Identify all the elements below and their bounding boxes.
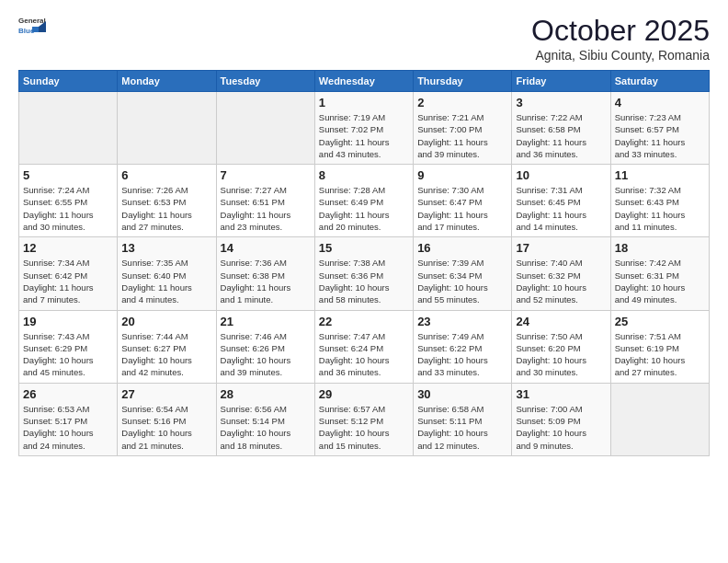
cell-text: Sunrise: 7:24 AM bbox=[23, 184, 113, 196]
svg-text:Blue: Blue bbox=[18, 27, 35, 34]
location: Agnita, Sibiu County, Romania bbox=[531, 48, 710, 63]
cell-text: Daylight: 11 hours bbox=[516, 136, 606, 148]
day-number: 6 bbox=[121, 168, 211, 182]
cell-text: and 36 minutes. bbox=[516, 148, 606, 160]
table-cell bbox=[118, 92, 216, 165]
cell-text: Sunset: 5:12 PM bbox=[319, 415, 409, 427]
cell-text: Sunrise: 7:35 AM bbox=[121, 257, 211, 269]
cell-text: Daylight: 10 hours bbox=[516, 354, 606, 366]
cell-text: Daylight: 10 hours bbox=[417, 282, 507, 293]
cell-text: and 39 minutes. bbox=[221, 366, 311, 378]
table-cell: 12Sunrise: 7:34 AMSunset: 6:42 PMDayligh… bbox=[19, 237, 118, 310]
day-number: 29 bbox=[319, 387, 409, 401]
cell-text: Sunrise: 7:31 AM bbox=[516, 184, 606, 196]
table-cell: 3Sunrise: 7:22 AMSunset: 6:58 PMDaylight… bbox=[512, 92, 610, 165]
cell-text: Daylight: 11 hours bbox=[221, 282, 311, 293]
cell-text: Sunrise: 7:34 AM bbox=[23, 257, 113, 269]
cell-text: and 42 minutes. bbox=[121, 366, 211, 378]
cell-text: Daylight: 10 hours bbox=[319, 354, 409, 366]
table-cell: 18Sunrise: 7:42 AMSunset: 6:31 PMDayligh… bbox=[610, 237, 709, 310]
cell-text: Daylight: 10 hours bbox=[417, 354, 507, 366]
cell-text: and 14 minutes. bbox=[516, 221, 606, 233]
cell-text: Daylight: 10 hours bbox=[23, 354, 113, 366]
cell-text: Sunset: 7:00 PM bbox=[417, 123, 507, 135]
cell-text: and 27 minutes. bbox=[121, 221, 211, 233]
table-cell: 10Sunrise: 7:31 AMSunset: 6:45 PMDayligh… bbox=[512, 165, 610, 237]
cell-text: Daylight: 10 hours bbox=[221, 354, 311, 366]
cell-text: and 17 minutes. bbox=[417, 221, 507, 233]
logo-icon: General Blue bbox=[18, 14, 46, 34]
table-cell: 25Sunrise: 7:51 AMSunset: 6:19 PMDayligh… bbox=[610, 310, 709, 383]
table-cell: 31Sunrise: 7:00 AMSunset: 5:09 PMDayligh… bbox=[512, 383, 610, 455]
cell-text: Sunrise: 7:46 AM bbox=[221, 330, 311, 342]
day-number: 11 bbox=[615, 168, 705, 182]
cell-text: Sunrise: 7:19 AM bbox=[319, 111, 409, 123]
cell-text: Sunrise: 7:49 AM bbox=[417, 330, 507, 342]
table-cell: 17Sunrise: 7:40 AMSunset: 6:32 PMDayligh… bbox=[512, 237, 610, 310]
cell-text: and 30 minutes. bbox=[23, 221, 113, 233]
header-friday: Friday bbox=[512, 71, 610, 92]
cell-text: Sunset: 5:17 PM bbox=[23, 415, 113, 427]
cell-text: Sunset: 6:47 PM bbox=[417, 196, 507, 208]
cell-text: and 52 minutes. bbox=[516, 293, 606, 305]
week-row-4: 19Sunrise: 7:43 AMSunset: 6:29 PMDayligh… bbox=[19, 310, 710, 383]
table-cell: 15Sunrise: 7:38 AMSunset: 6:36 PMDayligh… bbox=[314, 237, 413, 310]
day-number: 14 bbox=[221, 241, 311, 255]
title-area: October 2025 Agnita, Sibiu County, Roman… bbox=[531, 14, 710, 63]
cell-text: Sunset: 6:29 PM bbox=[23, 342, 113, 354]
table-cell: 30Sunrise: 6:58 AMSunset: 5:11 PMDayligh… bbox=[414, 383, 512, 455]
cell-text: and 23 minutes. bbox=[221, 221, 311, 233]
header-tuesday: Tuesday bbox=[216, 71, 314, 92]
header-wednesday: Wednesday bbox=[314, 71, 413, 92]
cell-text: Sunrise: 7:27 AM bbox=[221, 184, 311, 196]
header-sunday: Sunday bbox=[19, 71, 118, 92]
table-cell: 9Sunrise: 7:30 AMSunset: 6:47 PMDaylight… bbox=[414, 165, 512, 237]
day-number: 12 bbox=[23, 241, 113, 255]
cell-text: Sunset: 6:49 PM bbox=[319, 196, 409, 208]
logo: General Blue bbox=[18, 14, 46, 34]
cell-text: Sunset: 5:16 PM bbox=[121, 415, 211, 427]
day-number: 2 bbox=[417, 96, 507, 109]
table-cell bbox=[216, 92, 314, 165]
table-cell: 6Sunrise: 7:26 AMSunset: 6:53 PMDaylight… bbox=[118, 165, 216, 237]
cell-text: Daylight: 11 hours bbox=[516, 209, 606, 221]
cell-text: and 39 minutes. bbox=[417, 148, 507, 160]
table-cell bbox=[610, 383, 709, 455]
table-cell: 24Sunrise: 7:50 AMSunset: 6:20 PMDayligh… bbox=[512, 310, 610, 383]
cell-text: Sunset: 6:34 PM bbox=[417, 270, 507, 282]
cell-text: and 9 minutes. bbox=[516, 440, 606, 452]
cell-text: Sunset: 6:40 PM bbox=[121, 270, 211, 282]
table-cell: 28Sunrise: 6:56 AMSunset: 5:14 PMDayligh… bbox=[216, 383, 314, 455]
cell-text: and 7 minutes. bbox=[23, 293, 113, 305]
cell-text: Sunrise: 6:57 AM bbox=[319, 403, 409, 415]
day-number: 20 bbox=[121, 315, 211, 328]
cell-text: Sunrise: 7:42 AM bbox=[615, 257, 705, 269]
cell-text: Daylight: 11 hours bbox=[121, 282, 211, 293]
table-cell: 1Sunrise: 7:19 AMSunset: 7:02 PMDaylight… bbox=[314, 92, 413, 165]
calendar-table: Sunday Monday Tuesday Wednesday Thursday… bbox=[18, 70, 710, 456]
cell-text: Sunset: 6:19 PM bbox=[615, 342, 705, 354]
day-number: 16 bbox=[417, 241, 507, 255]
cell-text: and 30 minutes. bbox=[516, 366, 606, 378]
cell-text: Sunrise: 6:53 AM bbox=[23, 403, 113, 415]
cell-text: Sunset: 6:36 PM bbox=[319, 270, 409, 282]
cell-text: Sunrise: 7:44 AM bbox=[121, 330, 211, 342]
day-number: 27 bbox=[121, 387, 211, 401]
cell-text: and 55 minutes. bbox=[417, 293, 507, 305]
day-number: 28 bbox=[221, 387, 311, 401]
cell-text: Sunrise: 7:32 AM bbox=[615, 184, 705, 196]
page-container: General Blue October 2025 Agnita, Sibiu … bbox=[0, 0, 728, 465]
cell-text: Sunset: 6:31 PM bbox=[615, 270, 705, 282]
cell-text: Sunrise: 7:51 AM bbox=[615, 330, 705, 342]
cell-text: Sunset: 6:22 PM bbox=[417, 342, 507, 354]
cell-text: Daylight: 11 hours bbox=[319, 136, 409, 148]
cell-text: Sunset: 7:02 PM bbox=[319, 123, 409, 135]
cell-text: and 36 minutes. bbox=[319, 366, 409, 378]
day-number: 1 bbox=[319, 96, 409, 109]
cell-text: Sunrise: 6:56 AM bbox=[221, 403, 311, 415]
cell-text: Daylight: 11 hours bbox=[417, 209, 507, 221]
cell-text: Sunset: 6:26 PM bbox=[221, 342, 311, 354]
day-number: 30 bbox=[417, 387, 507, 401]
cell-text: Sunrise: 7:30 AM bbox=[417, 184, 507, 196]
day-number: 26 bbox=[23, 387, 113, 401]
